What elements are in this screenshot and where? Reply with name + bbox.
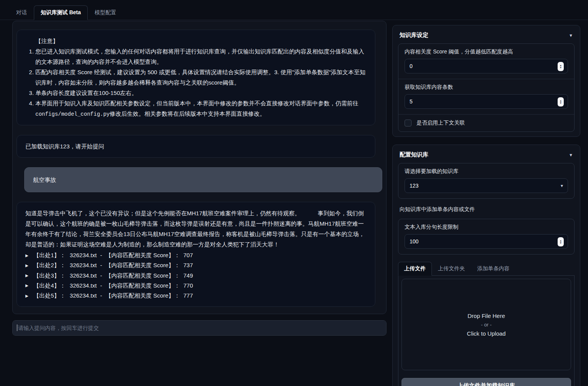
source-score: 707	[183, 250, 193, 260]
source-file: 326234.txt	[70, 281, 97, 291]
topk-field: ▴ ▾	[405, 94, 568, 109]
source-details-4[interactable]: ▶ 【出处4】： 326234.txt - 【内容匹配相关度 Score】： 7…	[25, 281, 366, 291]
source-score-label: 【内容匹配相关度 Score】：	[105, 281, 180, 291]
context-checkbox-row: 是否启用上下文关联	[398, 115, 574, 131]
spinner-down-icon: ▾	[560, 67, 561, 69]
source-score: 770	[183, 281, 193, 291]
score-threshold-row: 内容相关度 Score 阈值，分值越低匹配度越高 ▴ ▾	[398, 44, 574, 79]
dropdown-caret-icon: ▾	[561, 183, 563, 188]
kb-settings-form: 内容相关度 Score 阈值，分值越低匹配度越高 ▴ ▾ 获取知识库内容条数	[398, 43, 575, 132]
kb-select-value: 123	[410, 183, 418, 189]
source-index: 【出处3】：	[33, 271, 65, 281]
kb-config-panel: 配置知识库 ▼ 请选择要加载的知识库 123 ▾ 向知识库中添加单条内容或文件	[392, 145, 580, 386]
drop-file-text: Drop File Here	[468, 313, 505, 319]
source-score-label: 【内容匹配相关度 Score】：	[105, 271, 180, 281]
kb-select-row: 请选择要加载的知识库 123 ▾	[398, 163, 574, 198]
kb-select-group: 请选择要加载的知识库 123 ▾	[398, 163, 575, 199]
answer-text: 知道是导弹击中飞机了，这个已没有异议；但是这个先例能否在MH17航班空难案件审理…	[25, 208, 366, 250]
notice-item: 您已进入知识库测试模式，您输入的任何对话内容都将用于进行知识库查询，并仅输出知识…	[35, 46, 366, 67]
tab-upload-folder[interactable]: 上传文件夹	[432, 262, 471, 275]
settings-column: 知识库设定 ▼ 内容相关度 Score 阈值，分值越低匹配度越高 ▴ ▾	[392, 25, 580, 386]
expand-triangle-icon: ▶	[25, 282, 30, 289]
panel-title: 配置知识库	[400, 151, 428, 158]
tab-kb-test[interactable]: 知识库测试 Beta	[34, 5, 88, 20]
upload-tab-content: Drop File Here - or - Click to Upload 上传…	[398, 276, 575, 386]
chat-input-wrap	[12, 320, 386, 337]
kb-config-accordion-header[interactable]: 配置知识库 ▼	[398, 150, 575, 163]
source-details-2[interactable]: ▶ 【出处2】： 326234.txt - 【内容匹配相关度 Score】： 7…	[25, 260, 366, 270]
notice-item: 本界面用于知识入库及知识匹配相关参数设定，但当前版本中，本界面中修改的参数并不会…	[35, 98, 366, 119]
source-separator: -	[100, 291, 102, 301]
tab-chat[interactable]: 对话	[9, 5, 34, 20]
spinner-down-icon: ▾	[560, 242, 561, 244]
source-score-label: 【内容匹配相关度 Score】：	[105, 250, 180, 260]
sentence-length-row: 文本入库分句长度限制 ▴ ▾	[398, 219, 574, 254]
score-threshold-label: 内容相关度 Score 阈值，分值越低匹配度越高	[405, 48, 568, 55]
answer-sources: ▶ 【出处1】： 326234.txt - 【内容匹配相关度 Score】： 7…	[25, 250, 366, 301]
number-spinner[interactable]: ▴ ▾	[558, 97, 564, 106]
expand-triangle-icon: ▶	[25, 252, 30, 259]
context-checkbox[interactable]	[405, 120, 411, 126]
tab-add-single-content[interactable]: 添加单条内容	[471, 262, 516, 275]
tab-model-config[interactable]: 模型配置	[88, 5, 123, 20]
text-cursor	[17, 324, 17, 331]
source-separator: -	[100, 281, 102, 291]
main-content: 【注意】 您已进入知识库测试模式，您输入的任何对话内容都将用于进行知识库查询，并…	[0, 20, 588, 386]
source-details-1[interactable]: ▶ 【出处1】： 326234.txt - 【内容匹配相关度 Score】： 7…	[25, 250, 366, 260]
sentence-length-input[interactable]	[410, 238, 563, 245]
sentence-length-label: 文本入库分句长度限制	[405, 224, 568, 231]
kb-select-dropdown[interactable]: 123 ▾	[405, 178, 568, 193]
main-tabbar: 对话 知识库测试 Beta 模型配置	[0, 0, 588, 20]
source-score-label: 【内容匹配相关度 Score】：	[105, 291, 180, 301]
collapse-arrow-icon: ▼	[569, 33, 573, 38]
chatbot[interactable]: 【注意】 您已进入知识库测试模式，您输入的任何对话内容都将用于进行知识库查询，并…	[12, 21, 386, 314]
drop-or-text: - or -	[481, 322, 491, 328]
expand-triangle-icon: ▶	[25, 272, 30, 279]
source-index: 【出处5】：	[33, 291, 65, 301]
source-details-5[interactable]: ▶ 【出处5】： 326234.txt - 【内容匹配相关度 Score】： 7…	[25, 291, 366, 301]
score-threshold-field: ▴ ▾	[405, 59, 568, 73]
number-spinner[interactable]: ▴ ▾	[558, 237, 564, 246]
panel-title: 知识库设定	[400, 32, 428, 39]
source-file: 326234.txt	[70, 260, 97, 270]
context-checkbox-label: 是否启用上下文关联	[416, 120, 465, 126]
source-file: 326234.txt	[70, 271, 97, 281]
score-threshold-input[interactable]	[410, 63, 563, 69]
notice-list: 您已进入知识库测试模式，您输入的任何对话内容都将用于进行知识库查询，并仅输出知识…	[25, 46, 366, 119]
file-drop-zone[interactable]: Drop File Here - or - Click to Upload	[401, 279, 571, 370]
source-separator: -	[100, 271, 102, 281]
add-content-hint: 向知识库中添加单条内容或文件	[398, 199, 575, 219]
bot-message-loaded: 已加载知识库123，请开始提问	[17, 135, 375, 158]
number-spinner[interactable]: ▴ ▾	[558, 62, 564, 71]
source-separator: -	[100, 250, 102, 260]
source-details-3[interactable]: ▶ 【出处3】： 326234.txt - 【内容匹配相关度 Score】： 7…	[25, 271, 366, 281]
inline-code: configs/model_config.py	[35, 111, 110, 117]
chat-column: 【注意】 您已进入知识库测试模式，您输入的任何对话内容都将用于进行知识库查询，并…	[12, 21, 386, 386]
kb-settings-accordion-header[interactable]: 知识库设定 ▼	[398, 30, 575, 43]
source-score: 737	[183, 260, 193, 270]
source-score: 749	[183, 271, 193, 281]
spinner-down-icon: ▾	[560, 102, 561, 104]
source-index: 【出处2】：	[33, 260, 65, 270]
user-message: 航空事故	[24, 167, 382, 192]
question-input[interactable]	[12, 320, 386, 336]
bot-message-notice: 【注意】 您已进入知识库测试模式，您输入的任何对话内容都将用于进行知识库查询，并…	[17, 30, 375, 125]
collapse-arrow-icon: ▼	[569, 153, 573, 157]
expand-triangle-icon: ▶	[25, 262, 30, 269]
notice-item: 单条内容长度建议设置在100-150左右。	[35, 88, 366, 98]
source-score: 777	[183, 291, 193, 301]
source-file: 326234.txt	[70, 291, 97, 301]
upload-and-load-kb-button[interactable]: 上传文件并加载知识库	[401, 378, 571, 386]
source-file: 326234.txt	[70, 250, 97, 260]
kb-settings-panel: 知识库设定 ▼ 内容相关度 Score 阈值，分值越低匹配度越高 ▴ ▾	[392, 25, 580, 137]
topk-input[interactable]	[410, 98, 563, 105]
notice-title: 【注意】	[35, 36, 366, 46]
tab-upload-file[interactable]: 上传文件	[398, 262, 432, 276]
bot-message-answer: 知道是导弹击中飞机了，这个已没有异议；但是这个先例能否在MH17航班空难案件审理…	[17, 202, 375, 307]
notice-item: 匹配内容相关度 Score 经测试，建议设置为 500 或更低，具体设置情况请结…	[35, 67, 366, 88]
source-index: 【出处1】：	[33, 250, 65, 260]
app-window: 对话 知识库测试 Beta 模型配置 【注意】 您已进入知识库测试模式，您输入的…	[0, 0, 588, 386]
source-separator: -	[100, 260, 102, 270]
expand-triangle-icon: ▶	[25, 293, 30, 299]
sentence-length-group: 文本入库分句长度限制 ▴ ▾	[398, 219, 575, 255]
